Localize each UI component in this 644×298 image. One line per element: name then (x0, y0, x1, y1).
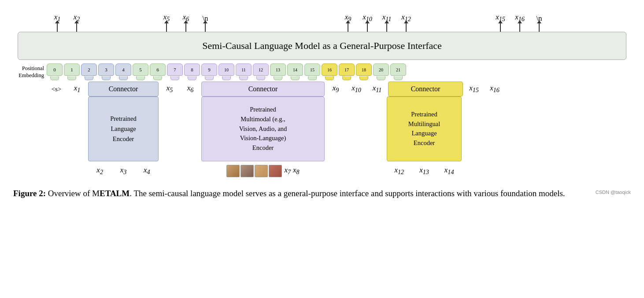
arrow-x5: x5 (157, 13, 176, 32)
arrow-x11: x11 (377, 13, 396, 32)
chip-0: 0 (47, 63, 63, 80)
chip-6: 6 (150, 63, 166, 80)
label-x9b: x9 (326, 84, 345, 94)
chip-8: 8 (184, 63, 200, 80)
connector-3: Connector (388, 82, 463, 97)
label-x6b: x6 (181, 84, 200, 94)
chip-12: 12 (253, 63, 269, 80)
encoder-2: Pretrained Multimodal (e.g., Vision, Aud… (201, 97, 325, 161)
connector-1: Connector (88, 82, 159, 97)
pe-label: PositionalEmbedding (13, 65, 44, 79)
chip-1: 1 (64, 63, 80, 80)
label-x10b: x10 (347, 84, 366, 94)
connector-2: Connector (201, 82, 325, 97)
arrow-x2: x2 (67, 13, 86, 32)
diagram-container: x1 x2 x5 x6 \n (13, 9, 631, 177)
chip-9: 9 (201, 63, 217, 80)
chip-2: 2 (81, 63, 97, 80)
arrow-x15: x15 (491, 13, 510, 32)
input-x7: x7 (284, 166, 291, 176)
chip-21: 21 (390, 63, 406, 80)
input-x8: x8 (293, 166, 300, 176)
lm-title: Semi-Causal Language Model as a General-… (202, 40, 442, 51)
input-x13: x13 (419, 166, 429, 176)
arrow-x12: x12 (396, 13, 416, 32)
chip-5: 5 (133, 63, 148, 80)
label-start: <s> (47, 86, 66, 93)
metalm-label: ETALM (100, 189, 130, 198)
label-x5b: x5 (160, 84, 179, 94)
credit-label: CSDN @taoqick (596, 189, 631, 196)
chip-7: 7 (167, 63, 183, 80)
encoder-1: Pretrained Language Encoder (88, 97, 159, 161)
input-x3: x3 (120, 166, 127, 176)
arrow-x6: x6 (176, 13, 196, 32)
chip-14: 14 (287, 63, 303, 80)
label-x1b: x1 (67, 84, 87, 94)
arrow-x9: x9 (338, 13, 358, 32)
arrow-x16: x16 (510, 13, 529, 32)
arrow-newline2: \n (529, 14, 549, 32)
input-x4: x4 (144, 166, 150, 176)
figure-label: Figure 2: (13, 189, 46, 198)
label-x16b: x16 (485, 84, 504, 94)
chip-13: 13 (270, 63, 286, 80)
chip-11: 11 (236, 63, 252, 80)
chip-4: 4 (115, 63, 131, 80)
caption-rest: . The semi-causal language model serves … (130, 189, 565, 198)
chip-10: 10 (218, 63, 234, 80)
encoder-3: Pretrained Multilingual Language Encoder (387, 97, 462, 161)
image-thumbnails (226, 165, 282, 177)
lm-box: Semi-Causal Language Model as a General-… (18, 32, 626, 60)
input-x12: x12 (394, 166, 404, 176)
chip-15: 15 (304, 63, 320, 80)
figure-caption: CSDN @taoqick Figure 2: Overview of META… (13, 187, 631, 200)
chip-20: 20 (373, 63, 389, 80)
arrow-x10: x10 (358, 13, 377, 32)
input-x14: x14 (444, 166, 454, 176)
arrow-x1: x1 (48, 13, 67, 32)
chip-18: 18 (356, 63, 372, 80)
arrow-newline1: \n (196, 14, 215, 32)
label-x11b: x11 (367, 84, 387, 94)
label-x15b: x15 (464, 84, 484, 94)
chip-16: 16 (322, 63, 337, 80)
input-x2: x2 (96, 166, 103, 176)
caption-text: Overview of M (48, 189, 100, 198)
chip-17: 17 (339, 63, 355, 80)
chip-3: 3 (98, 63, 114, 80)
